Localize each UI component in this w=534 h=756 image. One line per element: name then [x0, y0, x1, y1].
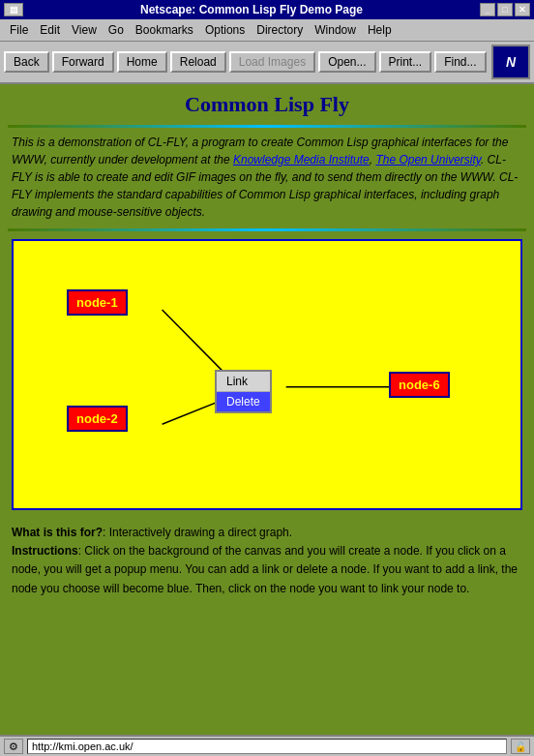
load-images-button[interactable]: Load Images: [229, 51, 315, 73]
menu-file[interactable]: File: [4, 21, 34, 39]
graph-node-1[interactable]: node-1: [67, 289, 128, 316]
menu-edit[interactable]: Edit: [34, 21, 66, 39]
window-menu-icon[interactable]: ▤: [4, 3, 23, 16]
close-button[interactable]: ✕: [515, 3, 530, 16]
bottom-info: What is this for?: Interactively drawing…: [8, 518, 526, 604]
open-button[interactable]: Open...: [318, 51, 375, 73]
menu-go[interactable]: Go: [103, 21, 130, 39]
popup-menu: Link Delete: [215, 370, 272, 413]
graph-node-6[interactable]: node-6: [389, 372, 450, 398]
popup-link[interactable]: Link: [217, 372, 270, 392]
separator-top: [8, 125, 526, 128]
title-bar: ▤ Netscape: Common Lisp Fly Demo Page _ …: [0, 0, 534, 19]
maximize-button[interactable]: □: [497, 3, 513, 16]
back-button[interactable]: Back: [4, 51, 49, 73]
menu-window[interactable]: Window: [309, 21, 362, 39]
forward-button[interactable]: Forward: [52, 51, 114, 73]
menu-options[interactable]: Options: [199, 21, 251, 39]
window-title: Netscape: Common Lisp Fly Demo Page: [23, 3, 480, 16]
separator-mid: [8, 228, 526, 231]
popup-delete[interactable]: Delete: [217, 392, 270, 411]
page-title: Common Lisp Fly: [8, 92, 526, 117]
open-university-link[interactable]: The Open University: [375, 153, 481, 166]
menu-view[interactable]: View: [66, 21, 103, 39]
instructions-label: Instructions: [12, 544, 78, 558]
status-bar: ⚙ http://kmi.open.ac.uk/ 🔓: [0, 735, 534, 756]
graph-canvas[interactable]: node-1 node-2 node-6 Link Delete: [12, 239, 522, 510]
menu-bar: File Edit View Go Bookmarks Options Dire…: [0, 19, 534, 42]
home-button[interactable]: Home: [117, 51, 167, 73]
knowledge-media-link[interactable]: Knowledge Media Institute: [233, 153, 370, 166]
what-label: What is this for?: [12, 526, 103, 539]
graph-node-2[interactable]: node-2: [67, 406, 128, 432]
status-icon: ⚙: [4, 739, 23, 754]
menu-bookmarks[interactable]: Bookmarks: [130, 21, 199, 39]
security-icon: 🔓: [511, 739, 530, 754]
status-url: http://kmi.open.ac.uk/: [27, 739, 507, 754]
main-content: Common Lisp Fly This is a demonstration …: [0, 84, 534, 742]
menu-directory[interactable]: Directory: [251, 21, 309, 39]
intro-paragraph: This is a demonstration of CL-FLY, a pro…: [8, 134, 526, 221]
window-controls[interactable]: _ □ ✕: [480, 3, 530, 16]
toolbar: Back Forward Home Reload Load Images Ope…: [0, 42, 534, 84]
print-button[interactable]: Print...: [379, 51, 432, 73]
find-button[interactable]: Find...: [434, 51, 486, 73]
instructions-text: : Click on the background of the canvas …: [12, 544, 518, 594]
reload-button[interactable]: Reload: [170, 51, 226, 73]
minimize-button[interactable]: _: [480, 3, 495, 16]
netscape-logo: N: [491, 45, 530, 79]
what-text: : Interactively drawing a direct graph.: [103, 526, 292, 539]
menu-help[interactable]: Help: [362, 21, 398, 39]
